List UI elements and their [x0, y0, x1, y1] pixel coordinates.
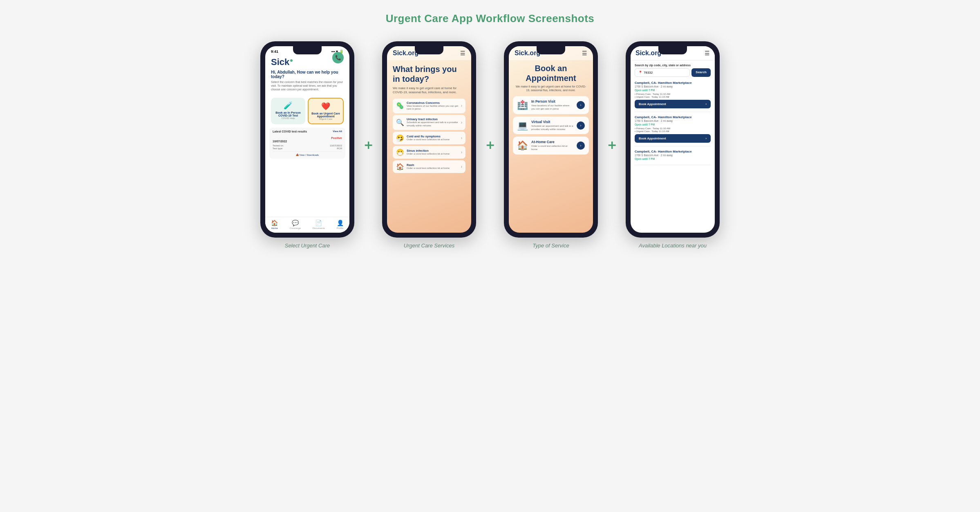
book-appointment-btn-2[interactable]: Book Appointment ›	[635, 134, 711, 143]
in-person-arrow: ›	[577, 101, 585, 109]
phone3-title: Book an Appointment	[509, 60, 593, 83]
covid-icon: 🧪	[273, 101, 303, 110]
phone2-notch	[415, 46, 443, 54]
location-addr-1: 1760 S Bascom Ave · 2 mi away	[635, 85, 711, 88]
covid-test-card[interactable]: 🧪 Book an In Person COVID-19 Test COVID …	[271, 98, 305, 124]
plus-icon-1: ＋	[362, 136, 375, 154]
test-date-1: 10/07/2022	[273, 140, 287, 143]
app-name-4: Sick.org	[635, 49, 661, 57]
in-person-text: In Person Visit View locations of our fa…	[531, 99, 573, 111]
condition-rash-title: Rash	[407, 163, 459, 167]
at-home-text: At-Home Care Order a covid test collecti…	[531, 140, 573, 151]
in-person-icon: 🏥	[517, 100, 528, 110]
chevron-right-icon-2: ›	[461, 120, 462, 125]
book-btn-arrow-2: ›	[706, 137, 707, 140]
nav-profile[interactable]: 👤 Profile	[337, 220, 344, 229]
condition-coronavirus[interactable]: 🦠 Coronavirus Concerns View locations of…	[393, 99, 465, 114]
location-open-3: Open until 7 PM	[635, 157, 711, 160]
book-btn-label-1: Book Appointment	[639, 102, 666, 106]
book-appointment-btn-1[interactable]: Book Appointment ›	[635, 100, 711, 108]
covid-test-sub: COVID Help	[273, 117, 303, 119]
visit-at-home[interactable]: 🏠 At-Home Care Order a covid test collec…	[513, 137, 589, 155]
phone2-content: What brings you in today? We make it eas…	[387, 60, 471, 177]
visit-in-person[interactable]: 🏥 In Person Visit View locations of our …	[513, 96, 589, 114]
nav-home[interactable]: 🏠 Home	[271, 220, 278, 229]
chevron-right-icon-4: ›	[461, 150, 462, 155]
call-button[interactable]: 📞	[332, 52, 344, 63]
nav-documents[interactable]: 📄 Documents	[313, 220, 325, 229]
urgent-care-sub: Urgent Care	[311, 118, 340, 120]
view-all-link[interactable]: View All	[333, 130, 342, 133]
phone2-wrapper: Sick.org ☰ What brings you in today? We …	[382, 41, 476, 249]
condition-sinus-text: Sinus infection Order a covid test colle…	[407, 149, 459, 156]
phone4-notch	[658, 46, 687, 54]
nav-home-label: Home	[271, 227, 278, 229]
search-bar: 📍 78332 Search	[635, 68, 711, 77]
virtual-desc: Schedule an appointment and talk to a pr…	[531, 125, 573, 131]
rash-icon: 🏠	[396, 163, 404, 171]
phone2-title: What brings you in today?	[393, 64, 465, 84]
condition-uti[interactable]: 🔍 Urinary tract infecton Schedule an app…	[393, 115, 465, 130]
phone3-frame: Sick.org ☰ Book an Appointment We make i…	[504, 41, 598, 238]
hamburger-menu-3[interactable]: ☰	[582, 50, 587, 56]
tested-on-label: Tested on	[273, 144, 283, 147]
sinus-icon: 😷	[396, 148, 404, 156]
condition-rash[interactable]: 🏠 Rash Order a covid test collection kit…	[393, 160, 465, 173]
phone3-subtitle: We make it easy to get urgent care at ho…	[509, 85, 593, 92]
phone2-screen: Sick.org ☰ What brings you in today? We …	[387, 46, 471, 233]
condition-coronavirus-text: Coronavirus Concerns View locations of o…	[407, 101, 459, 111]
condition-sinus[interactable]: 😷 Sinus infection Order a covid test col…	[393, 146, 465, 159]
page-title: Urgent Care App Workflow Screenshots	[386, 12, 595, 25]
location-time-primary-1: Primary Care · Today 11:10 AM	[635, 93, 711, 95]
phone3-screen: Sick.org ☰ Book an Appointment We make i…	[509, 46, 593, 233]
condition-coronavirus-title: Coronavirus Concerns	[407, 101, 459, 105]
plus-icon-2: ＋	[483, 136, 497, 154]
search-input-field[interactable]: 📍 78332	[635, 68, 690, 77]
urgent-care-card[interactable]: ❤️ Book an Urgent Care Appointment Urgen…	[308, 98, 344, 124]
phones-row: 9:41 ▪▪▪ ▾ 🔋 Sick 📞 Hi, Abdullah, How ca…	[260, 41, 720, 249]
condition-uti-text: Urinary tract infecton Schedule an appoi…	[407, 117, 459, 128]
visit-virtual[interactable]: 💻 Virtual Visit Schedule an appointment …	[513, 117, 589, 135]
profile-icon: 👤	[337, 220, 344, 226]
in-person-title: In Person Visit	[531, 99, 573, 103]
concierge-icon: 💬	[292, 220, 299, 226]
phone4-wrapper: Sick.org ☰ Search by zip code, city, sta…	[626, 41, 720, 249]
phone3-notch	[537, 46, 565, 54]
view-downloads-link[interactable]: 📥 View / Downloads	[273, 153, 342, 156]
phone1-cards: 🧪 Book an In Person COVID-19 Test COVID …	[265, 98, 349, 124]
phone1-screen: 9:41 ▪▪▪ ▾ 🔋 Sick 📞 Hi, Abdullah, How ca…	[265, 46, 349, 233]
urgent-icon: ❤️	[311, 102, 340, 111]
hamburger-menu-2[interactable]: ☰	[460, 50, 465, 56]
hamburger-menu-4[interactable]: ☰	[705, 50, 710, 56]
location-open-2: Open until 7 PM	[635, 123, 711, 126]
virtual-arrow: ›	[577, 121, 585, 130]
condition-cold-flu[interactable]: 🤧 Cold and flu symptoms Order a covid te…	[393, 132, 465, 144]
uti-icon: 🔍	[396, 119, 404, 126]
location-pin-icon: 📍	[638, 71, 642, 74]
location-time-urgent-2: Urgent Care · Today 11:10 AM	[635, 130, 711, 132]
nav-concierge[interactable]: 💬 Concierge	[290, 220, 301, 229]
condition-coronavirus-desc: View locations of our facilitie where yo…	[407, 105, 459, 111]
chevron-right-icon: ›	[461, 103, 462, 108]
home-icon: 🏠	[271, 220, 278, 226]
visit-list: 🏥 In Person Visit View locations of our …	[509, 96, 593, 155]
at-home-desc: Order a covid test collection kit at hom…	[531, 145, 573, 151]
urgent-care-label: Book an Urgent Care Appointment	[311, 112, 340, 118]
location-name-2: Campbell, CA- Hamilton Marketplace	[635, 115, 711, 119]
phone3-wrapper: Sick.org ☰ Book an Appointment We make i…	[504, 41, 598, 249]
phone1-frame: 9:41 ▪▪▪ ▾ 🔋 Sick 📞 Hi, Abdullah, How ca…	[260, 41, 354, 238]
search-button[interactable]: Search	[691, 68, 711, 77]
phone3-label: Type of Service	[533, 243, 569, 249]
phone4-frame: Sick.org ☰ Search by zip code, city, sta…	[626, 41, 720, 238]
location-name-3: Campbell, CA- Hamilton Marketplace	[635, 150, 711, 153]
condition-uti-title: Urinary tract infecton	[407, 117, 459, 121]
virtual-icon: 💻	[517, 120, 528, 131]
sick-logo-4: Sick.org	[635, 49, 661, 57]
coronavirus-icon: 🦠	[396, 102, 404, 110]
virtual-text: Virtual Visit Schedule an appointment an…	[531, 120, 573, 131]
condition-cold-flu-desc: Order a covid test collection kit at hom…	[407, 138, 459, 141]
location-card-2: Campbell, CA- Hamilton Marketplace 1760 …	[635, 115, 711, 146]
condition-cold-flu-title: Cold and flu symptoms	[407, 135, 459, 138]
phone2-label: Urgent Care Services	[404, 243, 454, 249]
phone1-header: Sick 📞 Hi, Abdullah, How can we help you…	[265, 55, 349, 98]
